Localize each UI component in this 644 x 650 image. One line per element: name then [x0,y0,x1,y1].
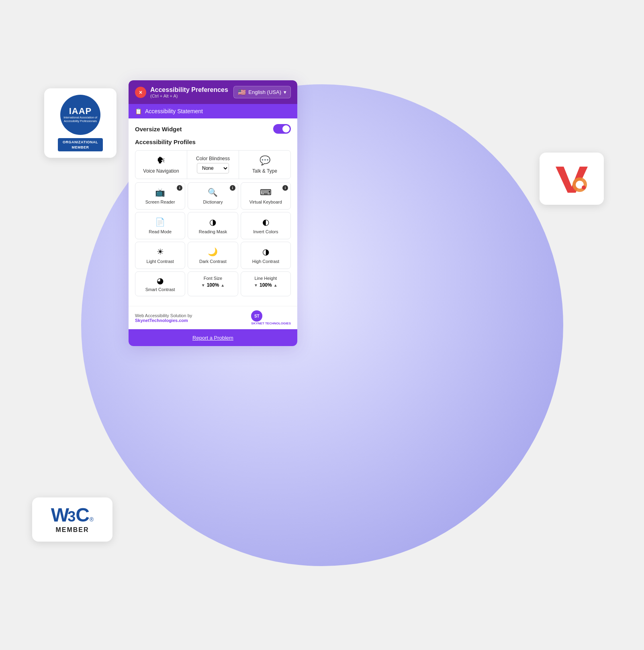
widget-title: Accessibility Preferences [150,86,228,94]
oversize-label: Oversize Widget [135,126,182,132]
high-contrast-label: High Contrast [252,259,279,264]
vc-logo-card [540,153,604,205]
smart-contrast-label: Smart Contrast [145,287,175,292]
dictionary-info-icon[interactable]: i [230,185,235,191]
screen-reader-label: Screen Reader [145,200,175,204]
oversize-row: Oversize Widget [135,124,291,134]
font-size-stepper: Font Size ▼ 100% ▲ [188,271,238,296]
line-height-controls: ▼ 100% ▲ [254,282,278,288]
footer-logo-area: ST SKYNET TECHNOLOGIES [251,310,291,325]
svg-point-3 [582,185,586,189]
virtual-keyboard-button[interactable]: i ⌨ Virtual Keyboard [241,182,291,210]
smart-contrast-icon: ◕ [157,276,164,285]
lang-label: English (USA) [248,89,281,95]
color-blindness-label: Color Blindness [196,156,230,161]
widget-header: × Accessibility Preferences (Ctrl + Alt … [129,80,297,104]
iaap-title: IAAP [69,107,92,116]
profiles-row: 🗣 Voice Navigation Color Blindness None … [135,150,291,179]
virtual-keyboard-label: Virtual Keyboard [249,200,282,204]
widget-footer: Web Accessibility Solution by SkynetTech… [129,306,297,329]
reading-mask-icon: ◑ [209,217,216,227]
dictionary-label: Dictionary [203,200,223,204]
statement-icon: 📋 [135,108,142,114]
virtual-keyboard-icon: ⌨ [260,187,272,197]
line-height-down-arrow[interactable]: ▼ [254,283,258,287]
report-link[interactable]: Report a Problem [192,335,233,341]
footer-link[interactable]: SkynetTechnologies.com [135,318,188,323]
high-contrast-icon: ◑ [262,247,269,257]
high-contrast-button[interactable]: ◑ High Contrast [241,242,291,269]
flag-icon: 🇺🇸 [238,88,246,96]
voice-navigation-profile[interactable]: 🗣 Voice Navigation [135,151,187,179]
font-size-down-arrow[interactable]: ▼ [201,283,205,287]
footer-logo-icon: ST [251,310,262,322]
light-contrast-button[interactable]: ☀ Light Contrast [135,242,185,269]
font-size-label: Font Size [204,276,222,281]
color-blindness-profile: Color Blindness None Protanopia Deuteran… [187,151,239,179]
footer-logo-sublabel: SKYNET TECHNOLOGIES [251,322,291,325]
iaap-badge: IAAP International Association of Access… [44,88,117,158]
profiles-section-title: Accessibility Profiles [135,139,291,145]
dark-contrast-icon: 🌙 [208,247,218,257]
w3c-registered: ® [90,516,94,523]
header-text: Accessibility Preferences (Ctrl + Alt + … [150,86,228,98]
vc-logo-svg [552,163,592,195]
footer-text-line2: SkynetTechnologies.com [135,318,192,323]
line-height-up-arrow[interactable]: ▲ [274,283,278,287]
virtual-keyboard-info-icon[interactable]: i [282,185,288,191]
line-height-label: Line Height [255,276,277,281]
report-bar[interactable]: Report a Problem [129,329,297,346]
close-button[interactable]: × [135,87,146,98]
language-selector[interactable]: 🇺🇸 English (USA) ▾ [233,86,291,98]
footer-text-area: Web Accessibility Solution by SkynetTech… [135,313,192,323]
invert-colors-button[interactable]: ◐ Invert Colors [241,212,291,239]
read-mode-icon: 📄 [155,217,165,227]
footer-text-line1: Web Accessibility Solution by [135,313,192,318]
iaap-logo: IAAP International Association of Access… [60,95,100,135]
widget-body: Oversize Widget Accessibility Profiles 🗣… [129,118,297,306]
read-mode-button[interactable]: 📄 Read Mode [135,212,185,239]
w3c-number-3: 3 [67,509,76,524]
iaap-org-label: ORGANIZATIONAL MEMBER [58,138,103,151]
line-height-value: 100% [260,282,272,288]
stepper-row: ◕ Smart Contrast Font Size ▼ 100% ▲ Line… [135,271,291,296]
oversize-toggle[interactable] [273,124,291,134]
w3c-member-label: MEMBER [55,526,89,534]
light-contrast-icon: ☀ [157,247,164,257]
w3c-logo: W 3 C ® [51,505,94,525]
widget-shortcut: (Ctrl + Alt + A) [150,94,228,98]
talk-type-icon: 💬 [260,155,270,166]
talk-type-profile[interactable]: 💬 Talk & Type [239,151,290,179]
color-blindness-select[interactable]: None Protanopia Deuteranopia Tritanopia [197,163,229,173]
statement-label: Accessibility Statement [145,108,203,114]
dictionary-icon: 🔍 [208,187,218,197]
voice-navigation-icon: 🗣 [157,155,166,166]
invert-colors-label: Invert Colors [253,229,278,234]
iaap-subtitle: International Association of Accessibili… [63,116,97,123]
talk-type-label: Talk & Type [252,168,277,174]
light-contrast-label: Light Contrast [146,259,174,264]
screen-reader-button[interactable]: i 📺 Screen Reader [135,182,185,210]
screen-reader-info-icon[interactable]: i [177,185,182,191]
reading-mask-label: Reading Mask [199,229,227,234]
w3c-badge: W 3 C ® MEMBER [32,497,112,542]
screen-reader-icon: 📺 [155,187,165,197]
smart-contrast-button[interactable]: ◕ Smart Contrast [135,271,185,296]
reading-mask-button[interactable]: ◑ Reading Mask [188,212,238,239]
accessibility-statement-bar[interactable]: 📋 Accessibility Statement [129,104,297,118]
line-height-stepper: Line Height ▼ 100% ▲ [241,271,291,296]
features-grid: i 📺 Screen Reader i 🔍 Dictionary i ⌨ Vir… [135,182,291,269]
font-size-controls: ▼ 100% ▲ [201,282,225,288]
w3c-letter-c: C [76,505,90,525]
voice-navigation-label: Voice Navigation [143,168,179,174]
accessibility-widget: × Accessibility Preferences (Ctrl + Alt … [129,80,297,346]
font-size-up-arrow[interactable]: ▲ [221,283,225,287]
dictionary-button[interactable]: i 🔍 Dictionary [188,182,238,210]
dark-contrast-label: Dark Contrast [199,259,227,264]
read-mode-label: Read Mode [149,229,172,234]
dark-contrast-button[interactable]: 🌙 Dark Contrast [188,242,238,269]
font-size-value: 100% [207,282,219,288]
chevron-down-icon: ▾ [284,89,286,95]
invert-colors-icon: ◐ [262,217,269,227]
header-left: × Accessibility Preferences (Ctrl + Alt … [135,86,228,98]
